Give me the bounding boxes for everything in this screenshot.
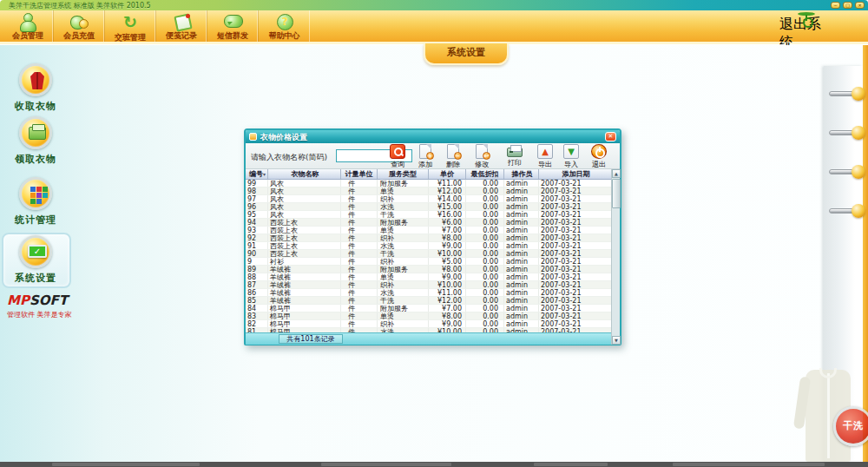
cell-discount: 0.00	[466, 250, 504, 257]
table-row[interactable]: 87 羊绒裤 件 织补 ¥10.00 0.00 admin 2007-03-21	[246, 281, 611, 289]
cell-price: ¥14.00	[429, 195, 466, 202]
toolbar-item-member-manage[interactable]: 会员管理	[3, 10, 54, 42]
cell-id: 86	[246, 289, 268, 296]
cell-date: 2007-03-21	[539, 219, 611, 226]
power-icon	[798, 12, 815, 16]
table-row[interactable]: 96 风衣 件 水洗 ¥15.00 0.00 admin 2007-03-21	[246, 203, 611, 211]
toolbar-item-sms-send[interactable]: 短信群发	[207, 10, 259, 42]
table-row[interactable]: 82 棉马甲 件 织补 ¥9.00 0.00 admin 2007-03-21	[246, 320, 611, 328]
dialog-close-icon[interactable]: ✕	[605, 132, 616, 141]
table-row[interactable]: 89 羊绒裤 件 附加服务 ¥8.00 0.00 admin 2007-03-2…	[246, 266, 611, 273]
scroll-down-icon[interactable]: ▼	[612, 336, 621, 345]
cell-price: ¥12.00	[429, 187, 466, 194]
window-titlebar[interactable]: 美萍干洗店管理系统 标准版 美萍软件 2010.5 ─ □ ✕	[0, 0, 868, 10]
cell-unit: 件	[341, 258, 378, 265]
query-button[interactable]: 查询	[384, 144, 411, 168]
sidebar-item-collect-clothes[interactable]: 领取衣物	[0, 116, 71, 166]
monitor-check-icon: ✓	[19, 235, 52, 268]
cell-name: 棉马甲	[268, 320, 341, 327]
cell-name: 羊绒裤	[268, 281, 341, 288]
cell-name: 西装上衣	[268, 234, 341, 241]
cell-service: 附加服务	[378, 266, 429, 273]
sidebar-item-statistics[interactable]: 统计管理	[0, 177, 71, 227]
cell-unit: 件	[341, 242, 378, 249]
column-header-discount[interactable]: 最低折扣	[466, 169, 504, 179]
table-row[interactable]: 98 风衣 件 单烫 ¥12.00 0.00 admin 2007-03-21	[246, 187, 611, 195]
toolbar-item-member-recharge[interactable]: 会员充值	[54, 10, 105, 42]
cell-id: 93	[246, 227, 268, 234]
maximize-icon[interactable]: □	[843, 2, 852, 9]
taskbar-item[interactable]	[52, 463, 200, 466]
cell-price: ¥10.00	[429, 281, 466, 288]
table-row[interactable]: 91 西装上衣 件 水洗 ¥9.00 0.00 admin 2007-03-21	[246, 242, 611, 250]
help-icon	[274, 12, 295, 30]
table-row[interactable]: 94 西装上衣 件 附加服务 ¥6.00 0.00 admin 2007-03-…	[246, 219, 611, 227]
quit-button[interactable]: 退出	[585, 144, 613, 168]
tab-system-settings[interactable]: 系统设置	[424, 43, 509, 65]
table-row[interactable]: 99 风衣 件 附加服务 ¥11.00 0.00 admin 2007-03-2…	[246, 180, 611, 187]
import-button[interactable]: ▼ 导入	[557, 144, 585, 168]
modify-button[interactable]: ↩ 修改	[468, 144, 496, 168]
table-row[interactable]: 95 风衣 件 干洗 ¥16.00 0.00 admin 2007-03-21	[246, 211, 611, 219]
sort-icon: ▾	[263, 171, 266, 177]
add-button[interactable]: + 添加	[411, 144, 439, 168]
taskbar-item[interactable]	[673, 463, 825, 466]
export-button[interactable]: ▲ 导出	[531, 144, 559, 168]
cell-name: 衬衫	[268, 258, 341, 265]
taskbar-item[interactable]	[321, 463, 451, 466]
window-title: 美萍干洗店管理系统 标准版 美萍软件 2010.5	[9, 1, 151, 10]
main-toolbar: 会员管理 会员充值 交班管理 便笺记录 短信群发 帮助中心	[0, 10, 868, 44]
cell-name: 风衣	[268, 195, 341, 202]
cell-price: ¥8.00	[429, 234, 466, 241]
cell-operator: admin	[504, 297, 539, 304]
cell-discount: 0.00	[466, 289, 504, 296]
scroll-up-icon[interactable]: ▲	[612, 169, 621, 178]
delete-button[interactable]: − 删除	[439, 144, 467, 168]
dialog-titlebar[interactable]: 衣物价格设置 ✕	[246, 130, 620, 143]
cell-unit: 件	[341, 227, 378, 234]
sidebar-item-system-settings[interactable]: ✓ 系统设置	[0, 235, 71, 285]
column-header-name[interactable]: 衣物名称	[268, 169, 341, 179]
exit-system-button[interactable]: 退出系统	[779, 10, 833, 42]
cell-service: 织补	[378, 195, 429, 202]
taskbar-item[interactable]	[534, 463, 608, 466]
table-row[interactable]: 92 西装上衣 件 织补 ¥8.00 0.00 admin 2007-03-21	[246, 234, 611, 242]
scrollbar-thumb[interactable]	[612, 179, 621, 208]
cell-id: 88	[246, 273, 268, 280]
table-vertical-scrollbar[interactable]: ▲ ▼	[611, 169, 620, 345]
cell-date: 2007-03-21	[539, 305, 611, 312]
column-header-unit[interactable]: 计量单位	[341, 169, 378, 179]
toolbar-item-shift-manage[interactable]: 交班管理	[105, 10, 156, 42]
table-row[interactable]: 93 西装上衣 件 单烫 ¥7.00 0.00 admin 2007-03-21	[246, 227, 611, 234]
close-icon[interactable]: ✕	[855, 2, 865, 9]
print-button[interactable]: 打印	[501, 144, 529, 168]
column-header-id[interactable]: 编号▾	[246, 169, 268, 179]
toolbar-item-help-center[interactable]: 帮助中心	[259, 10, 310, 42]
sidebar-item-receive-clothes[interactable]: 收取衣物	[0, 63, 71, 113]
cell-service: 织补	[378, 234, 429, 241]
cell-service: 干洗	[378, 297, 429, 304]
cell-service: 织补	[378, 258, 429, 265]
binder-ring-icon	[829, 204, 865, 218]
cell-name: 西装上衣	[268, 242, 341, 249]
minimize-icon[interactable]: ─	[831, 2, 840, 9]
cell-discount: 0.00	[466, 297, 504, 304]
table-row[interactable]: 86 羊绒裤 件 水洗 ¥11.00 0.00 admin 2007-03-21	[246, 289, 611, 297]
cell-service: 单烫	[378, 312, 429, 319]
table-row[interactable]: 85 羊绒裤 件 干洗 ¥12.00 0.00 admin 2007-03-21	[246, 297, 611, 305]
column-header-date[interactable]: 添加日期	[539, 169, 611, 179]
column-header-service[interactable]: 服务类型	[378, 169, 429, 179]
table-row[interactable]: 83 棉马甲 件 单烫 ¥8.00 0.00 admin 2007-03-21	[246, 312, 611, 320]
cell-date: 2007-03-21	[539, 195, 611, 202]
column-header-price[interactable]: 单价	[429, 169, 466, 179]
table-row[interactable]: 88 羊绒裤 件 单烫 ¥9.00 0.00 admin 2007-03-21	[246, 273, 611, 281]
toolbar-item-note-record[interactable]: 便笺记录	[156, 10, 207, 42]
table-row[interactable]: 90 西装上衣 件 干洗 ¥10.00 0.00 admin 2007-03-2…	[246, 250, 611, 258]
table-row[interactable]: 97 风衣 件 织补 ¥14.00 0.00 admin 2007-03-21	[246, 195, 611, 203]
table-row[interactable]: 84 棉马甲 件 附加服务 ¥7.00 0.00 admin 2007-03-2…	[246, 305, 611, 312]
column-header-operator[interactable]: 操作员	[504, 169, 539, 179]
cell-name: 羊绒裤	[268, 266, 341, 273]
cell-discount: 0.00	[466, 242, 504, 249]
table-row[interactable]: 9 衬衫 件 织补 ¥5.00 0.00 admin 2007-03-21	[246, 258, 611, 266]
cell-operator: admin	[504, 219, 539, 226]
